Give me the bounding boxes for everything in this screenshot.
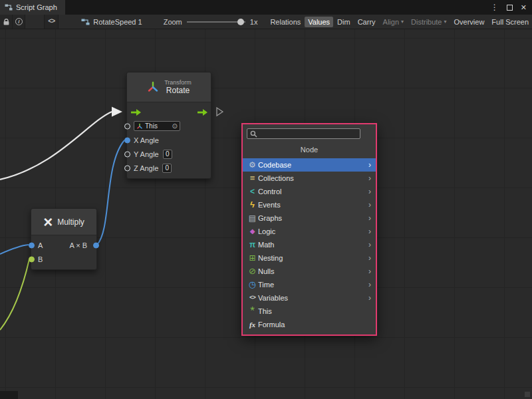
- dim-button[interactable]: Dim: [334, 17, 354, 27]
- port-row-b: B: [31, 252, 96, 266]
- values-button[interactable]: Values: [305, 17, 333, 27]
- port-z-angle[interactable]: [124, 165, 130, 171]
- node-title: Multiply: [57, 217, 84, 227]
- branch-icon: <: [247, 185, 258, 198]
- finder-item-formula[interactable]: fx Formula: [243, 318, 376, 331]
- chevron-right-icon: ›: [365, 187, 373, 196]
- finder-item-collections[interactable]: ≡ Collections ›: [243, 172, 376, 185]
- carry-button[interactable]: Carry: [354, 17, 379, 27]
- node-body: A A × B B: [31, 235, 96, 269]
- zoom-slider[interactable]: [187, 18, 245, 26]
- finder-item-variables[interactable]: <> Variables ›: [243, 291, 376, 305]
- flow-wire[interactable]: [0, 112, 112, 180]
- zoom-control: Zoom 1x: [164, 18, 258, 26]
- node-body: This ⊙ X Angle Y Angle 0 Z Angle 0: [127, 102, 211, 178]
- info-icon: i: [15, 18, 23, 25]
- value-wire-multiply-to-xangle[interactable]: [97, 140, 124, 245]
- toolbar-buttons: Relations Values Dim Carry Align ▾ Distr…: [267, 17, 532, 27]
- finder-item-math[interactable]: π Math ›: [243, 238, 376, 251]
- finder-item-nulls[interactable]: ⊘ Nulls ›: [243, 265, 376, 278]
- gear-icon: ⚙: [247, 158, 258, 172]
- zoom-label: Zoom: [164, 18, 182, 26]
- port-label: B: [38, 255, 43, 263]
- graph-toolbar: i <> RotateSpeed 1 Zoom 1x Relations Val…: [0, 15, 532, 29]
- finder-item-this[interactable]: * This: [243, 305, 376, 318]
- port-result[interactable]: [93, 242, 99, 248]
- this-object-field[interactable]: This ⊙: [134, 121, 180, 131]
- relations-button[interactable]: Relations: [267, 17, 304, 27]
- graph-name: RotateSpeed 1: [93, 18, 142, 26]
- align-button[interactable]: Align ▾: [380, 17, 407, 27]
- overview-button[interactable]: Overview: [451, 17, 488, 27]
- multiply-icon: ×: [43, 214, 53, 230]
- zoom-value: 1x: [250, 18, 258, 26]
- node-header[interactable]: Transform Rotate: [127, 72, 211, 102]
- port-row-a: A A × B: [31, 238, 96, 252]
- search-icon: [250, 130, 257, 138]
- graph-canvas[interactable]: Transform Rotate: [0, 29, 532, 399]
- port-label-output: A × B: [69, 241, 87, 249]
- lock-icon: [3, 18, 10, 26]
- code-view-button[interactable]: <>: [44, 15, 59, 29]
- finder-item-control[interactable]: < Control ›: [243, 185, 376, 198]
- code-icon: <>: [48, 18, 55, 25]
- finder-item-codebase[interactable]: ⚙ Codebase ›: [243, 158, 376, 172]
- zoom-slider-knob[interactable]: [237, 19, 244, 25]
- node-title: Rotate: [164, 86, 192, 95]
- finder-item-nesting[interactable]: ⊞ Nesting ›: [243, 251, 376, 265]
- value-wire-to-a[interactable]: [0, 245, 29, 254]
- port-b[interactable]: [29, 256, 35, 262]
- port-this[interactable]: [124, 123, 130, 129]
- fullscreen-button[interactable]: Full Screen: [488, 17, 532, 27]
- finder-item-time[interactable]: ◷ Time ›: [243, 278, 376, 291]
- port-row-x-angle: X Angle: [127, 133, 211, 147]
- pi-icon: π: [247, 238, 258, 251]
- flow-input-port[interactable]: [131, 108, 142, 116]
- node-titles: Transform Rotate: [164, 79, 192, 95]
- finder-item-graphs[interactable]: ▤ Graphs ›: [243, 211, 376, 225]
- chevron-right-icon: ›: [365, 200, 373, 209]
- finder-header: Node: [243, 146, 376, 154]
- finder-item-logic[interactable]: ◆ Logic ›: [243, 225, 376, 238]
- transform-axis-icon: [146, 80, 160, 94]
- maximize-icon[interactable]: [507, 5, 513, 11]
- info-button[interactable]: i: [13, 15, 25, 29]
- flow-output-port[interactable]: [198, 108, 208, 116]
- node-finder-popup: Node ⚙ Codebase › ≡ Collections › < Cont…: [241, 123, 377, 336]
- z-angle-input[interactable]: 0: [162, 164, 172, 173]
- window-menu-icon[interactable]: ⋮: [491, 3, 499, 11]
- resize-grip[interactable]: [525, 392, 530, 397]
- flow-row: [127, 105, 211, 119]
- finder-search-box[interactable]: [247, 128, 360, 139]
- port-row-y-angle: Y Angle 0: [127, 147, 211, 161]
- port-y-angle[interactable]: [124, 151, 130, 157]
- node-header[interactable]: × Multiply: [31, 209, 96, 235]
- chevron-right-icon: ›: [365, 240, 373, 249]
- port-label: X Angle: [134, 136, 159, 144]
- node-multiply[interactable]: × Multiply A A × B B: [31, 208, 97, 270]
- close-icon[interactable]: ✕: [521, 4, 527, 11]
- graph-breadcrumb[interactable]: RotateSpeed 1: [81, 18, 142, 26]
- folder-icon: ▤: [247, 211, 258, 225]
- formula-icon: fx: [247, 318, 258, 331]
- finder-item-events[interactable]: ϟ Events ›: [243, 198, 376, 211]
- distribute-button[interactable]: Distribute ▾: [408, 17, 450, 27]
- logic-icon: ◆: [247, 225, 258, 238]
- finder-list: ⚙ Codebase › ≡ Collections › < Control ›…: [243, 158, 376, 331]
- this-field-value: This: [145, 122, 158, 130]
- node-transform-rotate[interactable]: Transform Rotate: [126, 72, 211, 179]
- port-x-angle[interactable]: [124, 137, 130, 143]
- lock-button[interactable]: [0, 15, 13, 29]
- chevron-right-icon: ›: [365, 160, 373, 170]
- flow-wire-arrowhead-icon: [112, 107, 122, 117]
- object-picker-icon[interactable]: ⊙: [172, 123, 178, 130]
- dock-corner: [0, 391, 18, 399]
- finder-search-input[interactable]: [259, 130, 357, 138]
- zoom-slider-track[interactable]: [187, 21, 245, 23]
- tab-script-graph[interactable]: Script Graph: [0, 0, 65, 15]
- nesting-icon: ⊞: [247, 251, 258, 265]
- port-a[interactable]: [29, 242, 35, 248]
- chevron-right-icon: ›: [365, 293, 373, 303]
- value-wire-to-b[interactable]: [0, 259, 29, 330]
- y-angle-input[interactable]: 0: [163, 150, 172, 159]
